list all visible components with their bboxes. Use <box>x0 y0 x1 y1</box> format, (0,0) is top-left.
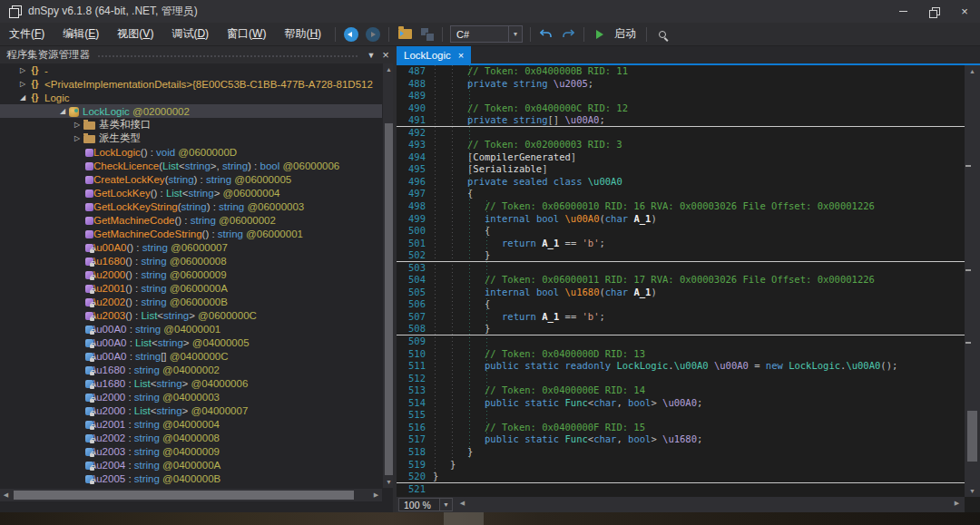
tree-item[interactable]: ▷\u00A0 @02000003 <box>0 485 382 488</box>
tree-item[interactable]: \u00A0() : string @06000007 <box>0 240 382 254</box>
tree-item[interactable]: ◢{}Logic <box>0 91 382 104</box>
tree-item[interactable]: ◢LockLogic @02000002 <box>0 104 382 118</box>
tree-horizontal-scrollbar[interactable]: ◀ ▶ <box>0 489 382 501</box>
tree-item[interactable]: GetMachineCodeString() : string @0600000… <box>0 227 382 240</box>
scroll-down-icon[interactable]: ▼ <box>965 485 980 497</box>
menu-item-help[interactable]: 帮助(H) <box>275 23 330 45</box>
editor-zoom-select[interactable]: 100 % <box>398 498 440 511</box>
chevron-down-icon[interactable]: ▾ <box>508 26 522 42</box>
menu-item-view[interactable]: 视图(V) <box>108 23 162 45</box>
tree-item[interactable]: \u00A0 : string @04000001 <box>0 322 382 335</box>
tree-item[interactable]: ▷{}- <box>0 63 382 77</box>
code-line[interactable]: 521 <box>397 483 965 496</box>
scroll-up-icon[interactable]: ▲ <box>965 65 980 77</box>
scroll-left-icon[interactable]: ◀ <box>456 497 468 510</box>
tree-item[interactable]: \u2000 : string @04000003 <box>0 390 382 403</box>
scroll-right-icon[interactable]: ▶ <box>951 497 963 510</box>
code-line[interactable]: 492 <box>397 127 965 140</box>
tree-item[interactable]: CreateLockKey(string) : string @06000005 <box>0 172 382 186</box>
tree-item[interactable]: \u00A0 : List<string> @04000005 <box>0 335 382 349</box>
panel-close-button[interactable]: × <box>378 48 393 62</box>
tree-item[interactable]: \u2000() : string @06000009 <box>0 267 382 281</box>
code-line[interactable]: 519} <box>397 459 965 472</box>
code-line[interactable]: 496private sealed class \u00A0 <box>397 176 965 189</box>
code-line[interactable]: 520} <box>397 471 965 483</box>
code-line[interactable]: 508} <box>397 323 965 335</box>
tree-item[interactable]: CheckLicence(List<string>, string) : boo… <box>0 159 382 172</box>
tree-item[interactable]: \u1680() : string @06000008 <box>0 254 382 267</box>
tab-close-icon[interactable]: × <box>458 50 464 61</box>
code-line[interactable]: 512 <box>397 373 965 385</box>
code-line[interactable]: 514public static Func<char, bool> \u00A0… <box>397 397 965 410</box>
code-line[interactable]: 489 <box>397 90 965 102</box>
code-line[interactable]: 494[CompilerGenerated] <box>397 151 965 164</box>
tree-item[interactable]: GetMachineCode() : string @06000002 <box>0 213 382 227</box>
tree-item[interactable]: \u2001() : string @0600000A <box>0 281 382 295</box>
code-line[interactable]: 518} <box>397 446 965 459</box>
scrollbar-thumb[interactable] <box>967 411 977 462</box>
editor-horizontal-scrollbar[interactable]: ◀ ▶ <box>453 497 965 512</box>
code-line[interactable]: 515 <box>397 409 965 422</box>
code-line[interactable]: 490// Token: 0x0400000C RID: 12 <box>397 102 965 115</box>
code-line[interactable]: 513// Token: 0x0400000E RID: 14 <box>397 384 965 397</box>
scrollbar-thumb[interactable] <box>14 491 354 500</box>
tree-item[interactable]: \u1680 : List<string> @04000006 <box>0 376 382 390</box>
minimize-button[interactable] <box>887 0 918 23</box>
tree-item[interactable]: \u1680 : string @04000002 <box>0 363 382 376</box>
code-line[interactable]: 516// Token: 0x0400000F RID: 15 <box>397 422 965 434</box>
tree-item[interactable]: \u2005 : string @0400000B <box>0 472 382 485</box>
open-file-button[interactable] <box>394 24 416 44</box>
tab-locklogic[interactable]: LockLogic × <box>397 46 471 63</box>
expander-collapsed-icon[interactable]: ▷ <box>71 121 83 129</box>
menu-item-file[interactable]: 文件(F) <box>0 23 54 45</box>
tree-item[interactable]: \u2000 : List<string> @04000007 <box>0 403 382 417</box>
tree-item[interactable]: ▷派生类型 <box>0 131 382 145</box>
menu-item-window[interactable]: 窗口(W) <box>218 23 275 45</box>
tree-item[interactable]: \u2002 : string @04000008 <box>0 431 382 444</box>
tree-item[interactable]: LockLogic() : void @0600000D <box>0 145 382 159</box>
tree-item[interactable]: ▷基类和接口 <box>0 118 382 131</box>
restore-button[interactable] <box>918 0 949 23</box>
chevron-down-icon[interactable]: ▼ <box>440 498 453 511</box>
code-line[interactable]: 503 <box>397 262 965 275</box>
code-line[interactable]: 509 <box>397 335 965 348</box>
code-line[interactable]: 499internal bool \u00A0(char A_1) <box>397 213 965 226</box>
code-line[interactable]: 500{ <box>397 225 965 238</box>
tree-item[interactable]: GetLockKey() : List<string> @06000004 <box>0 186 382 199</box>
editor-vertical-scrollbar[interactable]: ▲ ▼ <box>965 65 980 497</box>
tree-item[interactable]: \u2003 : string @04000009 <box>0 444 382 458</box>
code-line[interactable]: 502} <box>397 249 965 262</box>
save-modules-button[interactable] <box>416 24 437 44</box>
tree-item[interactable]: ▷{}<PrivateImplementationDetails>{8E00C5… <box>0 77 382 91</box>
code-line[interactable]: 497{ <box>397 188 965 200</box>
code-line[interactable]: 501return A_1 == 'b'; <box>397 238 965 250</box>
code-line[interactable]: 507return A_1 == 'b'; <box>397 311 965 324</box>
language-selector[interactable]: C# ▾ <box>450 25 523 43</box>
scrollbar-thumb[interactable] <box>385 123 393 475</box>
tree-item[interactable]: \u2002() : string @0600000B <box>0 295 382 308</box>
scroll-right-icon[interactable]: ▶ <box>370 489 382 501</box>
code-line[interactable]: 510// Token: 0x0400000D RID: 13 <box>397 348 965 361</box>
start-debug-button[interactable] <box>589 24 611 44</box>
close-button[interactable]: × <box>949 0 980 23</box>
navigate-back-button[interactable] <box>340 24 362 44</box>
navigate-forward-button[interactable] <box>362 24 384 44</box>
expander-collapsed-icon[interactable]: ▷ <box>16 66 29 74</box>
code-line[interactable]: 506{ <box>397 298 965 311</box>
code-line[interactable]: 487// Token: 0x0400000B RID: 11 <box>397 65 965 78</box>
undo-button[interactable] <box>535 24 557 44</box>
tree-item[interactable]: \u2004 : string @0400000A <box>0 458 382 472</box>
code-line[interactable]: 517public static Func<char, bool> \u1680… <box>397 433 965 446</box>
tree-item[interactable]: GetLockKeyString(string) : string @06000… <box>0 199 382 213</box>
tree-item[interactable]: \u2001 : string @04000004 <box>0 417 382 431</box>
decompiled-code-view[interactable]: 487// Token: 0x0400000B RID: 11488privat… <box>397 65 965 497</box>
code-line[interactable]: 488private string \u2005; <box>397 78 965 91</box>
code-line[interactable]: 511public static readonly LockLogic.\u00… <box>397 360 965 373</box>
search-button[interactable] <box>652 24 673 44</box>
expander-expanded-icon[interactable]: ◢ <box>56 107 69 115</box>
code-line[interactable]: 491private string[] \u00A0; <box>397 114 965 127</box>
panel-menu-button[interactable]: ▼ <box>364 51 378 60</box>
menu-item-debug[interactable]: 调试(D) <box>162 23 218 45</box>
expander-expanded-icon[interactable]: ◢ <box>16 93 29 102</box>
code-line[interactable]: 495[Serializable] <box>397 163 965 176</box>
